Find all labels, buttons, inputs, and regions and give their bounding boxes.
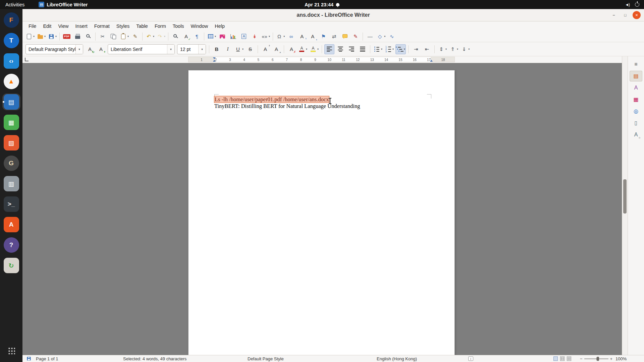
zoom-slider[interactable]: − + <box>580 356 612 361</box>
highlighting-color-button[interactable]: A▾ <box>309 44 319 54</box>
navigator-deck-button[interactable]: ◎ <box>630 106 642 117</box>
dock-firefox[interactable]: F <box>2 12 20 28</box>
insert-comment-button[interactable] <box>340 32 350 42</box>
maximize-button[interactable]: □ <box>621 11 629 19</box>
insert-page-break-button[interactable]: ↡ <box>250 32 260 42</box>
update-style-button[interactable]: A↻ <box>85 44 95 54</box>
focused-app-indicator[interactable]: ▤ LibreOffice Writer <box>39 2 88 7</box>
print-button[interactable] <box>72 32 83 42</box>
align-justify-button[interactable] <box>358 44 368 54</box>
system-status-area[interactable]: ◄) <box>625 2 644 7</box>
increase-paragraph-spacing-button[interactable]: ⇑▾ <box>448 44 459 54</box>
document-workspace[interactable]: Ls -lh /home/user/paper01.pdf /home/user… <box>22 63 622 355</box>
word-count[interactable]: Selected: 4 words, 49 characters <box>123 356 186 361</box>
track-changes-button[interactable]: ✎ <box>351 32 361 42</box>
page-deck-button[interactable]: ▯ <box>630 118 642 128</box>
italic-button[interactable]: I <box>223 44 233 54</box>
sidebar-settings-button[interactable]: ≡ <box>630 59 642 70</box>
zoom-level[interactable]: 100% <box>615 356 627 361</box>
dock-libreoffice-writer[interactable]: ▤ <box>2 94 20 110</box>
insert-special-character-button[interactable]: Ω▾ <box>275 32 285 42</box>
volume-icon[interactable]: ◄) <box>625 2 630 7</box>
document-page[interactable]: Ls -lh /home/user/paper01.pdf /home/user… <box>188 70 455 355</box>
insert-endnote-button[interactable]: A₁ <box>308 32 318 42</box>
insert-chart-button[interactable] <box>228 32 238 42</box>
paragraph-style-dropdown-arrow[interactable]: ▾ <box>75 45 83 54</box>
text-language[interactable]: English (Hong Kong) <box>377 356 417 361</box>
selected-text[interactable]: Ls -lh /home/user/paper01.pdf /home/user… <box>214 96 329 103</box>
dock-ubuntu-software[interactable]: A <box>2 216 20 233</box>
export-pdf-button[interactable]: PDF <box>62 32 72 42</box>
horizontal-line-button[interactable]: — <box>365 32 375 42</box>
new-button[interactable]: ▾ <box>25 32 35 42</box>
dock-terminal[interactable]: >_ <box>2 196 20 213</box>
basic-shapes-button[interactable]: ◇▾ <box>376 32 386 42</box>
scrollbar-thumb[interactable] <box>623 179 627 214</box>
clear-formatting-button[interactable]: A✗ <box>286 44 297 54</box>
undo-button[interactable]: ↶▾ <box>145 32 155 42</box>
open-button[interactable]: ▾ <box>36 32 46 42</box>
menu-window[interactable]: Window <box>187 21 212 31</box>
zoom-track[interactable] <box>584 357 608 361</box>
tab-stop-selector[interactable] <box>25 58 29 61</box>
book-view-button[interactable] <box>567 357 571 361</box>
strikethrough-button[interactable]: S <box>245 44 255 54</box>
page-count[interactable]: Page 1 of 1 <box>36 356 58 361</box>
properties-deck-button[interactable]: ▤ <box>630 71 642 81</box>
insert-table-button[interactable]: ▾ <box>206 32 217 42</box>
dock-libreoffice-impress[interactable]: ▧ <box>2 134 20 151</box>
dock-show-applications[interactable] <box>2 342 20 359</box>
zoom-out-button[interactable]: − <box>580 356 583 361</box>
title-bar[interactable]: ans.docx - LibreOffice Writer − □ × <box>22 9 644 21</box>
align-right-button[interactable] <box>346 44 357 54</box>
subscript-button[interactable]: A₂ <box>271 44 281 54</box>
dock-gimp[interactable]: G <box>2 155 20 172</box>
minimize-button[interactable]: − <box>610 11 618 19</box>
font-size-dropdown-arrow[interactable]: ▾ <box>198 45 206 54</box>
vertical-scrollbar[interactable] <box>622 56 628 355</box>
menu-view[interactable]: View <box>55 21 72 31</box>
close-button[interactable]: × <box>633 11 641 19</box>
spelling-button[interactable]: A✓ <box>181 32 191 42</box>
insert-image-button[interactable] <box>217 32 227 42</box>
insert-bookmark-button[interactable]: ⚑ <box>318 32 328 42</box>
font-name-combo[interactable]: Liberation Serif▾ <box>108 44 175 54</box>
page-style[interactable]: Default Page Style <box>248 356 284 361</box>
decrease-indent-button[interactable]: ⇤ <box>422 44 432 54</box>
styles-deck-button[interactable]: A <box>630 82 642 93</box>
multi-page-view-button[interactable] <box>560 357 565 361</box>
cut-button[interactable]: ✂ <box>98 32 108 42</box>
bold-button[interactable]: B <box>212 44 222 54</box>
font-color-button[interactable]: A▾ <box>298 44 308 54</box>
menu-file[interactable]: File <box>25 21 40 31</box>
superscript-button[interactable]: A² <box>260 44 270 54</box>
dock-software-updater[interactable]: ↻ <box>2 257 20 274</box>
save-button[interactable]: ▾ <box>47 32 57 42</box>
dock-libreoffice-calc[interactable]: ▦ <box>2 114 20 131</box>
insert-cross-reference-button[interactable]: ⇄ <box>329 32 339 42</box>
insert-footnote-button[interactable]: A¹ <box>297 32 307 42</box>
new-style-button[interactable]: A+ <box>96 44 106 54</box>
selection-mode-icon[interactable]: I <box>468 357 473 361</box>
copy-button[interactable] <box>108 32 118 42</box>
menu-table[interactable]: Table <box>133 21 151 31</box>
style-inspector-deck-button[interactable]: A○ <box>630 129 642 140</box>
dock-vscode[interactable]: ‹› <box>2 53 20 69</box>
menu-insert[interactable]: Insert <box>72 21 91 31</box>
insert-field-button[interactable]: «»▾ <box>260 32 271 42</box>
find-and-replace-button[interactable] <box>170 32 180 42</box>
dock-thunderbird[interactable]: T <box>2 32 20 49</box>
clone-formatting-button[interactable]: ✎ <box>130 32 140 42</box>
menu-edit[interactable]: Edit <box>40 21 55 31</box>
formatting-marks-button[interactable]: ¶ <box>192 32 202 42</box>
document-line-1[interactable]: Ls -lh /home/user/paper01.pdf /home/user… <box>214 96 431 103</box>
ruler[interactable]: 123456789101112131415161718 <box>188 57 455 62</box>
single-page-view-button[interactable] <box>553 357 558 361</box>
zoom-in-button[interactable]: + <box>610 356 613 361</box>
dock-vlc[interactable]: ▲ <box>2 73 20 90</box>
menu-tools[interactable]: Tools <box>169 21 187 31</box>
zoom-thumb[interactable] <box>597 357 599 361</box>
paragraph-style-combo[interactable]: Default Paragraph Styl▾ <box>25 44 83 54</box>
line-spacing-button[interactable]: ⇕▾ <box>437 44 447 54</box>
activities-button[interactable]: Activities <box>0 0 30 9</box>
